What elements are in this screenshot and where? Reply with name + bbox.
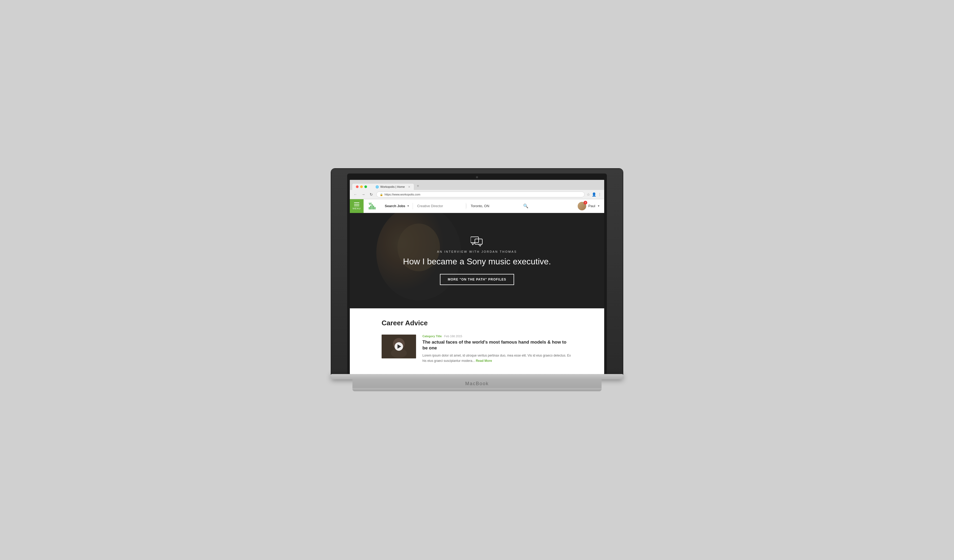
- job-title-input[interactable]: [413, 204, 466, 208]
- user-name: Paul: [588, 204, 595, 208]
- bookmark-icon[interactable]: ☆: [587, 192, 590, 196]
- menu-label: menu: [353, 207, 361, 210]
- search-button[interactable]: 🔍: [519, 204, 532, 208]
- macbook-top: 🌐 Workopolis | Home ✕ + ← → ↻ 🔒 https://…: [331, 169, 623, 374]
- screen: 🌐 Workopolis | Home ✕ + ← → ↻ 🔒 https://…: [350, 180, 604, 374]
- read-more-link[interactable]: Read More: [475, 359, 492, 362]
- article-date: Feb 16tt 2015: [444, 334, 462, 338]
- browser-toolbar: ← → ↻ 🔒 https://www.workopolis.com ☆ 👤 ⋮: [350, 190, 604, 199]
- article-meta: Category Title · Feb 16tt 2015: [422, 334, 572, 338]
- article-title[interactable]: The actual faces of the world's most fam…: [422, 339, 572, 351]
- tab-close-btn[interactable]: [356, 185, 359, 188]
- article-thumbnail: [382, 334, 416, 358]
- screen-bezel: 🌐 Workopolis | Home ✕ + ← → ↻ 🔒 https://…: [347, 174, 607, 374]
- hamburger-line-1: [354, 202, 359, 203]
- search-jobs-label: Search Jobs: [385, 204, 405, 208]
- tab-minimize-btn[interactable]: [360, 185, 363, 188]
- macbook-frame: 🌐 Workopolis | Home ✕ + ← → ↻ 🔒 https://…: [331, 169, 623, 391]
- url-text: https://www.workopolis.com: [385, 193, 420, 196]
- svg-text:W: W: [369, 202, 372, 205]
- address-bar[interactable]: 🔒 https://www.workopolis.com: [376, 191, 585, 198]
- tab-favicon: 🌐: [376, 185, 379, 188]
- chat-icon: [471, 236, 483, 246]
- svg-rect-4: [374, 207, 376, 209]
- back-button[interactable]: ←: [352, 191, 358, 198]
- logo-area: W: [363, 201, 382, 211]
- menu-button[interactable]: menu: [350, 199, 363, 213]
- macbook-base: [331, 374, 623, 380]
- macbook-foot: [352, 388, 602, 391]
- user-area: 3 Paul ▼: [574, 202, 604, 210]
- play-triangle-icon: [398, 344, 401, 348]
- svg-rect-0: [369, 207, 370, 209]
- tab-maximize-btn[interactable]: [364, 185, 367, 188]
- refresh-button[interactable]: ↻: [368, 191, 374, 198]
- article-category[interactable]: Category Title: [422, 334, 442, 338]
- svg-marker-11: [472, 243, 474, 245]
- app-header: menu W: [350, 199, 604, 213]
- more-icon[interactable]: ⋮: [598, 192, 602, 196]
- chat-bubbles-icon: [471, 236, 483, 246]
- avatar[interactable]: 3: [578, 202, 586, 210]
- user-dropdown-icon[interactable]: ▼: [597, 204, 600, 207]
- hamburger-line-2: [354, 204, 359, 204]
- excerpt-text: Lorem ipsum dolor sit amet, id utroque v…: [422, 354, 571, 362]
- hero-cta-button[interactable]: More "ON THE PATH" Profiles: [440, 274, 514, 285]
- svg-rect-1: [370, 205, 371, 209]
- svg-rect-2: [371, 204, 373, 210]
- article-info: Category Title · Feb 16tt 2015 The actua…: [422, 334, 572, 364]
- play-button[interactable]: [394, 342, 403, 351]
- hamburger-line-3: [354, 205, 359, 206]
- macbook-label: MacBook: [352, 380, 602, 388]
- dropdown-arrow-icon: ▼: [407, 204, 410, 207]
- career-advice-section: Career Advice: [350, 308, 604, 374]
- notification-count: 3: [585, 201, 586, 204]
- browser-tab-active[interactable]: 🌐 Workopolis | Home ✕: [352, 183, 414, 190]
- workopolis-logo[interactable]: W: [368, 201, 377, 211]
- location-input[interactable]: [466, 204, 519, 208]
- article-card: Category Title · Feb 16tt 2015 The actua…: [382, 334, 572, 364]
- user-icon[interactable]: 👤: [592, 192, 596, 196]
- svg-marker-13: [479, 244, 481, 246]
- hero-interview-label: AN INTERVIEW WITH JORDAN THOMAS: [403, 250, 551, 253]
- svg-rect-3: [373, 205, 374, 209]
- article-excerpt: Lorem ipsum dolor sit amet, id utroque v…: [422, 353, 572, 363]
- forward-button[interactable]: →: [360, 191, 366, 198]
- notification-badge: 3: [583, 201, 587, 204]
- lock-icon: 🔒: [380, 193, 383, 196]
- hero-content: AN INTERVIEW WITH JORDAN THOMAS How I be…: [398, 231, 556, 290]
- camera-dot: [476, 176, 478, 178]
- new-tab-button[interactable]: +: [414, 182, 422, 190]
- search-icon: 🔍: [523, 204, 528, 208]
- browser-chrome: 🌐 Workopolis | Home ✕ + ← → ↻ 🔒 https://…: [350, 180, 604, 199]
- browser-tabs: 🌐 Workopolis | Home ✕ +: [350, 180, 604, 190]
- hero-section: AN INTERVIEW WITH JORDAN THOMAS How I be…: [350, 213, 604, 308]
- section-title: Career Advice: [382, 319, 572, 327]
- tab-title: Workopolis | Home: [380, 185, 405, 188]
- toolbar-icons: ☆ 👤 ⋮: [587, 192, 602, 196]
- search-jobs-button[interactable]: Search Jobs ▼: [382, 204, 413, 208]
- hero-title: How I became a Sony music executive.: [403, 257, 551, 266]
- tab-close-icon[interactable]: ✕: [408, 185, 410, 188]
- thumbnail-overlay: [382, 334, 416, 358]
